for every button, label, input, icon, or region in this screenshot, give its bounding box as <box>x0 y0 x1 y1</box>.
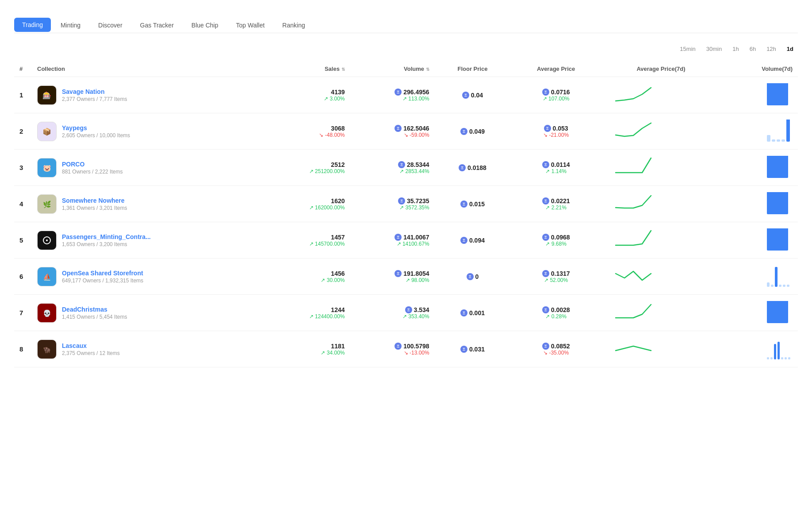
eth-icon: Ξ <box>467 273 474 280</box>
floor-price-cell: Ξ0.049 <box>435 113 511 150</box>
collection-image: ⛵ <box>37 267 57 286</box>
eth-icon: Ξ <box>542 197 549 204</box>
sparkline-cell <box>601 295 720 331</box>
table-row: 6⛵OpenSea Shared Storefront649,177 Owner… <box>14 258 798 295</box>
svg-rect-39 <box>788 357 790 359</box>
nav-tab-discover[interactable]: Discover <box>90 18 130 33</box>
sales-number: 1244 <box>269 306 345 313</box>
sales-cell: 1457↗ 145700.00% <box>264 222 350 258</box>
sparkline-cell <box>601 77 720 113</box>
volume-change: ↗ 353.40% <box>356 313 429 320</box>
col-floor: Floor Price <box>435 61 511 77</box>
volume-change: ↗ 98.00% <box>356 277 429 283</box>
rank-cell: 7 <box>14 295 32 331</box>
time-btn-6h[interactable]: 6h <box>745 44 760 54</box>
time-btn-1h[interactable]: 1h <box>728 44 743 54</box>
rank-cell: 2 <box>14 113 32 150</box>
volume-number: 162.5046 <box>403 125 429 132</box>
svg-rect-15 <box>767 192 788 214</box>
nav-tab-top-wallet[interactable]: Top Wallet <box>228 18 273 33</box>
sales-change: ↗ 30.00% <box>269 277 345 283</box>
volume-change: ↗ 113.00% <box>356 96 429 102</box>
table-row: 1🎰Savage Nation2,377 Owners / 7,777 Item… <box>14 77 798 113</box>
sort-icon-volume: ⇅ <box>426 67 429 72</box>
section-header: 15min30min1h6h12h1d <box>14 44 798 54</box>
collection-name[interactable]: Lascaux <box>62 342 120 349</box>
floor-price-cell: Ξ0 <box>435 258 511 295</box>
collection-image: 🦬 <box>37 340 57 359</box>
sales-number: 2512 <box>269 161 345 168</box>
floor-price: Ξ0.094 <box>440 237 506 244</box>
eth-icon: Ξ <box>460 346 467 353</box>
svg-rect-5 <box>767 135 770 142</box>
time-btn-1d[interactable]: 1d <box>782 44 798 54</box>
bar-chart-svg <box>766 192 793 214</box>
collection-name[interactable]: Somewhere Nowhere <box>62 197 127 204</box>
sparkline-svg <box>607 337 660 359</box>
time-btn-15min[interactable]: 15min <box>675 44 700 54</box>
sparkline-svg <box>607 192 660 214</box>
eth-icon: Ξ <box>395 343 402 350</box>
svg-rect-24 <box>775 267 778 287</box>
col-avg: Average Price <box>510 61 601 77</box>
collection-name[interactable]: OpenSea Shared Storefront <box>62 270 143 277</box>
nav-tab-gas-tracker[interactable]: Gas Tracker <box>132 18 182 33</box>
volume-cell: Ξ296.4956↗ 113.00% <box>350 77 435 113</box>
sparkline-cell <box>601 222 720 258</box>
collection-name[interactable]: Passengers_Minting_Contra... <box>62 233 151 240</box>
bar-chart-svg <box>766 120 793 142</box>
sales-change: ↗ 162000.00% <box>269 204 345 211</box>
collection-name[interactable]: Yaypegs <box>62 124 130 131</box>
collection-meta: 649,177 Owners / 1,932,315 Items <box>62 278 143 284</box>
eth-icon: Ξ <box>542 89 549 96</box>
eth-icon: Ξ <box>395 125 402 132</box>
table-row: 3🐷PORCO881 Owners / 2,222 Items2512↗ 251… <box>14 150 798 186</box>
avg-change: ↘ -21.00% <box>516 132 596 138</box>
col-vol7d: Volume(7d) <box>720 61 798 77</box>
rank-cell: 1 <box>14 77 32 113</box>
floor-price: Ξ0.031 <box>440 346 506 353</box>
collection-image: 🌿 <box>37 194 57 214</box>
svg-rect-8 <box>781 139 785 142</box>
sparkline-cell <box>601 150 720 186</box>
sales-cell: 4139↗ 3.00% <box>264 77 350 113</box>
eth-icon: Ξ <box>405 306 412 313</box>
floor-price: Ξ0.049 <box>440 128 506 135</box>
rank-cell: 6 <box>14 258 32 295</box>
floor-value: 0.031 <box>469 346 485 353</box>
collection-name[interactable]: PORCO <box>62 161 123 168</box>
collection-name[interactable]: Savage Nation <box>62 88 127 95</box>
nav-tab-ranking[interactable]: Ranking <box>274 18 313 33</box>
collection-name[interactable]: DeadChristmas <box>62 306 127 313</box>
collection-cell: 💀DeadChristmas1,415 Owners / 5,454 Items <box>32 295 264 331</box>
svg-rect-9 <box>786 120 790 142</box>
collection-cell: 🦬Lascaux2,375 Owners / 12 Items <box>32 331 264 367</box>
volume-change: ↘ -59.00% <box>356 132 429 138</box>
svg-text:🐷: 🐷 <box>43 164 51 172</box>
nav-tab-minting[interactable]: Minting <box>53 18 88 33</box>
volume-number: 141.0067 <box>403 234 429 241</box>
volume-bar-cell <box>720 295 798 331</box>
svg-rect-35 <box>774 344 776 359</box>
sort-icon: ⇅ <box>341 67 345 72</box>
svg-text:💀: 💀 <box>43 309 51 317</box>
avg-value: 0.0028 <box>551 306 570 313</box>
time-btn-12h[interactable]: 12h <box>762 44 781 54</box>
floor-price-cell: Ξ0.015 <box>435 186 511 222</box>
bar-chart-svg <box>766 265 793 287</box>
table-row: 8🦬Lascaux2,375 Owners / 12 Items1181↗ 34… <box>14 331 798 367</box>
collection-image: 🐷 <box>37 158 57 177</box>
sparkline-cell <box>601 258 720 295</box>
sales-cell: 3068↘ -48.00% <box>264 113 350 150</box>
volume-number: 3.534 <box>414 306 429 313</box>
sales-change: ↗ 34.00% <box>269 350 345 356</box>
nav-tab-blue-chip[interactable]: Blue Chip <box>184 18 226 33</box>
collection-meta: 2,375 Owners / 12 Items <box>62 350 120 356</box>
time-btn-30min[interactable]: 30min <box>702 44 726 54</box>
nav-tab-trading[interactable]: Trading <box>14 18 51 32</box>
floor-price-cell: Ξ0.094 <box>435 222 511 258</box>
avg-value: 0.0114 <box>551 161 570 168</box>
collection-meta: 1,361 Owners / 3,201 Items <box>62 205 127 211</box>
floor-price-cell: Ξ0.001 <box>435 295 511 331</box>
table-row: 2📦Yaypegs2,605 Owners / 10,000 Items3068… <box>14 113 798 150</box>
